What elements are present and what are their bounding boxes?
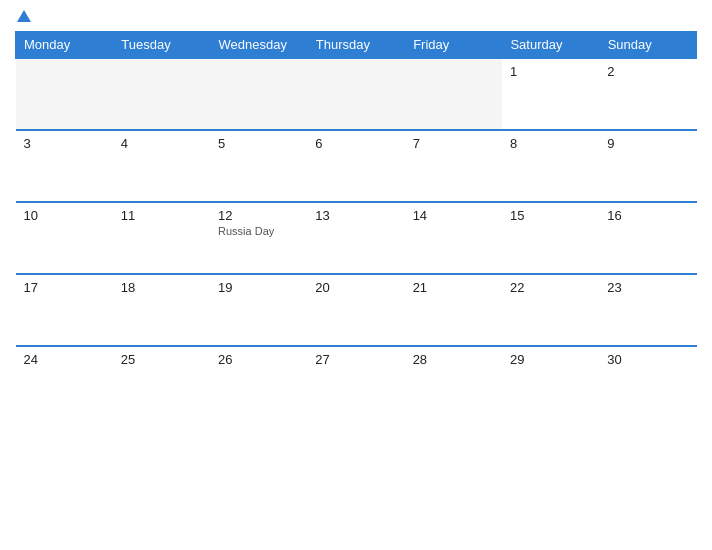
weekday-header-wednesday: Wednesday <box>210 32 307 59</box>
calendar-cell: 2 <box>599 58 696 130</box>
calendar-cell: 12Russia Day <box>210 202 307 274</box>
day-number: 16 <box>607 208 688 223</box>
day-number: 30 <box>607 352 688 367</box>
calendar-cell <box>405 58 502 130</box>
day-number: 7 <box>413 136 494 151</box>
day-number: 13 <box>315 208 396 223</box>
day-number: 4 <box>121 136 202 151</box>
day-number: 28 <box>413 352 494 367</box>
day-number: 20 <box>315 280 396 295</box>
calendar-week-row: 12 <box>16 58 697 130</box>
day-number: 25 <box>121 352 202 367</box>
day-number: 10 <box>24 208 105 223</box>
day-number: 29 <box>510 352 591 367</box>
calendar-cell: 17 <box>16 274 113 346</box>
calendar-cell: 15 <box>502 202 599 274</box>
day-number: 19 <box>218 280 299 295</box>
calendar-cell: 26 <box>210 346 307 418</box>
logo <box>15 10 31 23</box>
day-number: 6 <box>315 136 396 151</box>
calendar-cell: 28 <box>405 346 502 418</box>
calendar-cell <box>210 58 307 130</box>
day-number: 27 <box>315 352 396 367</box>
calendar-cell: 11 <box>113 202 210 274</box>
day-number: 17 <box>24 280 105 295</box>
day-number: 26 <box>218 352 299 367</box>
calendar-cell: 1 <box>502 58 599 130</box>
calendar-header <box>15 10 697 23</box>
calendar-cell: 4 <box>113 130 210 202</box>
weekday-header-row: MondayTuesdayWednesdayThursdayFridaySatu… <box>16 32 697 59</box>
calendar-table: MondayTuesdayWednesdayThursdayFridaySatu… <box>15 31 697 418</box>
day-number: 2 <box>607 64 688 79</box>
day-number: 11 <box>121 208 202 223</box>
calendar-cell: 24 <box>16 346 113 418</box>
calendar-cell: 7 <box>405 130 502 202</box>
calendar-cell: 9 <box>599 130 696 202</box>
calendar-week-row: 24252627282930 <box>16 346 697 418</box>
day-number: 22 <box>510 280 591 295</box>
weekday-header-tuesday: Tuesday <box>113 32 210 59</box>
weekday-header-saturday: Saturday <box>502 32 599 59</box>
calendar-cell: 3 <box>16 130 113 202</box>
calendar-cell <box>307 58 404 130</box>
calendar-cell: 29 <box>502 346 599 418</box>
calendar-cell: 27 <box>307 346 404 418</box>
weekday-header-thursday: Thursday <box>307 32 404 59</box>
day-number: 18 <box>121 280 202 295</box>
calendar-week-row: 101112Russia Day13141516 <box>16 202 697 274</box>
day-number: 3 <box>24 136 105 151</box>
calendar-cell: 22 <box>502 274 599 346</box>
day-number: 24 <box>24 352 105 367</box>
calendar-cell: 8 <box>502 130 599 202</box>
day-number: 5 <box>218 136 299 151</box>
calendar-cell: 6 <box>307 130 404 202</box>
calendar-cell: 23 <box>599 274 696 346</box>
calendar-cell: 18 <box>113 274 210 346</box>
day-number: 1 <box>510 64 591 79</box>
logo-triangle-icon <box>17 10 31 22</box>
day-number: 8 <box>510 136 591 151</box>
calendar-cell <box>16 58 113 130</box>
calendar-container: MondayTuesdayWednesdayThursdayFridaySatu… <box>0 0 712 550</box>
calendar-cell <box>113 58 210 130</box>
calendar-cell: 16 <box>599 202 696 274</box>
day-number: 21 <box>413 280 494 295</box>
weekday-header-friday: Friday <box>405 32 502 59</box>
day-number: 23 <box>607 280 688 295</box>
day-number: 9 <box>607 136 688 151</box>
calendar-cell: 5 <box>210 130 307 202</box>
calendar-cell: 13 <box>307 202 404 274</box>
calendar-cell: 21 <box>405 274 502 346</box>
day-number: 14 <box>413 208 494 223</box>
calendar-cell: 20 <box>307 274 404 346</box>
calendar-cell: 25 <box>113 346 210 418</box>
day-number: 15 <box>510 208 591 223</box>
calendar-cell: 10 <box>16 202 113 274</box>
holiday-label: Russia Day <box>218 225 299 237</box>
weekday-header-sunday: Sunday <box>599 32 696 59</box>
calendar-week-row: 17181920212223 <box>16 274 697 346</box>
calendar-cell: 14 <box>405 202 502 274</box>
weekday-header-monday: Monday <box>16 32 113 59</box>
calendar-cell: 30 <box>599 346 696 418</box>
calendar-cell: 19 <box>210 274 307 346</box>
calendar-week-row: 3456789 <box>16 130 697 202</box>
day-number: 12 <box>218 208 299 223</box>
